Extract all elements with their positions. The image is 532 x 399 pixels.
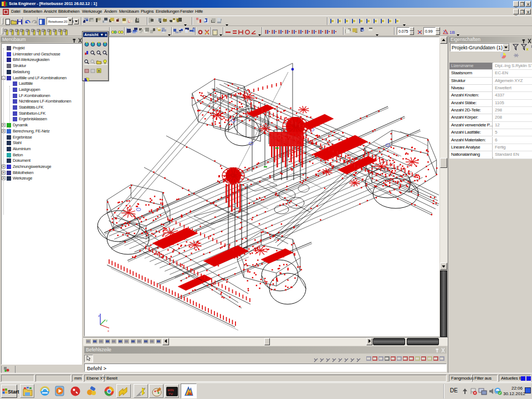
svg-text:1B: 1B: [449, 30, 455, 35]
svg-text:WIN: WIN: [167, 388, 174, 392]
svg-text:z: z: [98, 314, 100, 318]
svg-text:TV: TV: [168, 392, 173, 396]
svg-text:x: x: [108, 329, 109, 332]
svg-text:B: B: [98, 69, 100, 73]
svg-text:y: y: [106, 319, 108, 322]
